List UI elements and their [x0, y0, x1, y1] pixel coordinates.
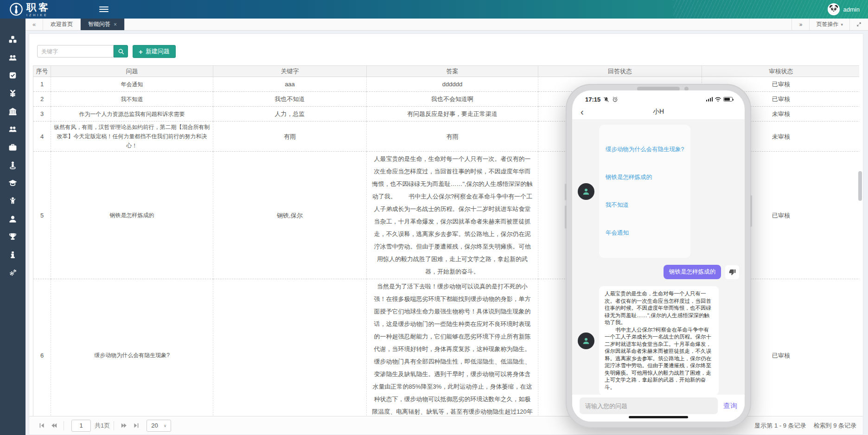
- cell-keyword: 我也不知道: [213, 92, 367, 107]
- sidebar-nav: [0, 19, 26, 435]
- sidebar-item-team[interactable]: [0, 120, 26, 138]
- caret-down-icon: ▾: [841, 22, 843, 27]
- info-icon: [8, 250, 17, 259]
- mute-icon: [603, 96, 609, 102]
- cogs-icon: [8, 269, 17, 277]
- cell-answer: 人最宝贵的是生命，生命对每一个人只有一次。者仅有的一次生命应当怎样度过，当回首往…: [367, 152, 538, 279]
- plus-icon: +: [139, 48, 143, 56]
- suggestions-message: 缓步动物为什么会有隐生现象? 钢铁是怎样炼成的 我不知道 年会通知: [578, 125, 739, 258]
- suggestion-link[interactable]: 钢铁是怎样炼成的: [606, 171, 684, 184]
- tie-logo-icon: [9, 2, 23, 16]
- search-button[interactable]: [114, 45, 128, 58]
- tab-smart-qa[interactable]: 智能问答 ×: [81, 19, 125, 30]
- vertical-scrollbar[interactable]: [858, 171, 862, 201]
- col-keyword: 关键字: [213, 66, 367, 77]
- chat-area: 缓步动物为什么会有隐生现象? 钢铁是怎样炼成的 我不知道 年会通知 钢铁是怎样炼…: [572, 119, 745, 422]
- suggestion-link[interactable]: 我不知道: [606, 198, 684, 212]
- next-page-button[interactable]: [118, 421, 130, 431]
- sidebar-item-user[interactable]: [0, 210, 26, 228]
- cell-answer: 有问题反应是好事，要走正常渠道: [367, 107, 538, 122]
- volume-up-button: [565, 184, 567, 200]
- sidebar-item-settings[interactable]: [0, 264, 26, 282]
- tab-close-icon[interactable]: ×: [114, 21, 117, 28]
- sidebar-item-talent[interactable]: [0, 192, 26, 210]
- child-icon: [8, 197, 17, 205]
- sidebar-item-institution[interactable]: [0, 102, 26, 121]
- prev-page-button[interactable]: [48, 421, 60, 431]
- username[interactable]: admin: [843, 6, 860, 13]
- thumbs-down-icon: [729, 269, 736, 275]
- cell-keyword: 有雨: [213, 122, 367, 152]
- new-question-button[interactable]: + 新建问题: [133, 45, 176, 58]
- suggestion-link[interactable]: 缓步动物为什么会有隐生现象?: [606, 143, 684, 156]
- cell-no: 6: [33, 279, 51, 417]
- cell-keyword: aaa: [213, 77, 367, 92]
- cell-no: 2: [33, 92, 51, 107]
- power-button: [750, 195, 752, 227]
- graduation-cap-icon: [8, 179, 17, 187]
- bot-message: 人最宝贵的是生命，生命对每一个人只有一次。者仅有的一次生命应当怎样度过，当回首往…: [578, 286, 739, 395]
- bot-avatar: [578, 183, 594, 200]
- cubes-icon: [8, 35, 17, 44]
- yen-icon: [8, 89, 17, 98]
- sidebar-item-info[interactable]: [0, 246, 26, 264]
- last-page-button[interactable]: [130, 421, 142, 431]
- cell-answer: dddddd: [367, 77, 538, 92]
- bot-bubble: 人最宝贵的是生命，生命对每一个人只有一次。者仅有的一次生命应当怎样度过，当回首往…: [599, 286, 719, 395]
- page-size-select[interactable]: 20 ∨: [147, 420, 171, 432]
- logo-subtext: IZHIKE: [26, 13, 51, 17]
- sidebar-item-users-group[interactable]: [0, 49, 26, 67]
- user-bubble: 钢铁是怎样炼成的: [664, 265, 721, 279]
- expand-icon: [856, 21, 862, 27]
- app-root: 职客 IZHIKE admin: [0, 0, 868, 435]
- sidebar-item-achievements[interactable]: [0, 228, 26, 246]
- search-input[interactable]: [37, 45, 114, 58]
- bot-avatar: [578, 333, 594, 349]
- team-icon: [8, 125, 17, 134]
- tabs-scroll-right-icon[interactable]: »: [791, 19, 809, 30]
- home-indicator[interactable]: [629, 416, 688, 418]
- bot-person-icon: [581, 187, 591, 196]
- dislike-button[interactable]: [725, 265, 739, 279]
- signal-icon: [706, 97, 713, 102]
- cell-question: 年会通知: [51, 77, 213, 92]
- top-header: 职客 IZHIKE admin: [0, 0, 868, 19]
- back-arrow-icon[interactable]: ‹: [581, 107, 584, 116]
- tab-welcome[interactable]: 欢迎首页: [43, 19, 81, 30]
- col-answer-status: 回答状态: [538, 66, 702, 77]
- users-icon: [8, 53, 17, 62]
- page-number-input[interactable]: [71, 420, 91, 432]
- tabs-scroll-left-icon[interactable]: «: [26, 19, 43, 30]
- sidebar-item-training[interactable]: [0, 174, 26, 192]
- cell-no: 5: [33, 152, 51, 279]
- cell-keyword: 钢铁,保尔: [213, 152, 367, 279]
- col-question: 问题: [51, 66, 213, 77]
- last-page-icon: [133, 422, 139, 429]
- cell-answer: 我也不会知道啊: [367, 92, 538, 107]
- records-summary: 显示第 1 - 9 条记录: [754, 422, 806, 430]
- sidebar-item-modules[interactable]: [0, 31, 26, 49]
- user-message: 钢铁是怎样炼成的: [578, 265, 739, 279]
- user-avatar[interactable]: [828, 3, 840, 15]
- sidebar-item-finance[interactable]: [0, 84, 26, 102]
- tab-smart-qa-label: 智能问答: [88, 20, 110, 28]
- query-button[interactable]: 查询: [723, 402, 737, 410]
- col-no: 序号: [33, 66, 51, 77]
- chat-input[interactable]: [580, 397, 718, 414]
- suggestion-link[interactable]: 年会通知: [606, 226, 684, 240]
- volume-down-button: [565, 205, 567, 229]
- tab-welcome-label: 欢迎首页: [51, 20, 73, 28]
- cell-keyword: [213, 279, 367, 417]
- sidebar-item-street-view[interactable]: [0, 156, 26, 174]
- sidebar-item-jobs[interactable]: [0, 138, 26, 156]
- cell-no: 1: [33, 77, 51, 92]
- tab-actions-dropdown[interactable]: 页签操作 ▾: [809, 19, 849, 30]
- sidebar-item-tasks[interactable]: [0, 66, 26, 84]
- cell-question: 钢铁是怎样炼成的: [51, 152, 213, 279]
- cell-no: 3: [33, 107, 51, 122]
- tab-bar: « 欢迎首页 智能问答 × » 页签操作 ▾: [26, 19, 868, 31]
- first-page-button[interactable]: [36, 421, 48, 431]
- menu-toggle-icon[interactable]: [99, 5, 108, 13]
- panda-avatar-icon: [829, 4, 839, 14]
- fullscreen-toggle[interactable]: [849, 19, 868, 30]
